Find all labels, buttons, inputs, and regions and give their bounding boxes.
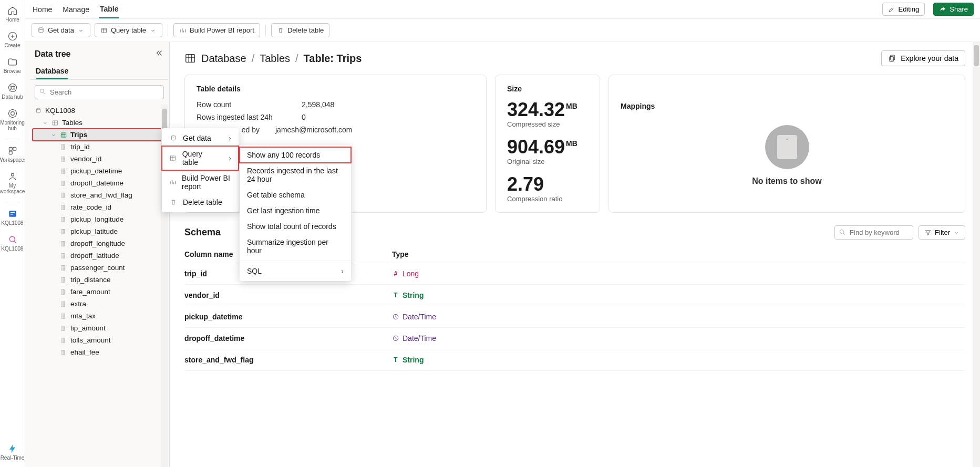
tree-table-trips[interactable]: Trips	[33, 129, 166, 141]
svg-rect-21	[61, 169, 63, 173]
tab-manage[interactable]: Manage	[61, 1, 90, 18]
rail-home[interactable]: Home	[0, 3, 25, 26]
data-tree-panel: Data tree Database KQL1008	[25, 42, 170, 467]
svg-rect-28	[63, 205, 64, 210]
rail-browse[interactable]: Browse	[0, 55, 25, 77]
tree-column[interactable]: pickup_longitude	[33, 213, 166, 225]
rail-myworkspace[interactable]: My workspace	[0, 169, 25, 198]
scrollbar-thumb[interactable]	[974, 45, 979, 66]
tree-column[interactable]: trip_id	[33, 141, 166, 153]
rail-realtime[interactable]: Real-Time	[0, 441, 25, 464]
filter-button[interactable]: Filter	[919, 225, 965, 240]
svg-rect-35	[61, 253, 63, 258]
tree-label: store_and_fwd_flag	[70, 191, 132, 199]
explore-data-button[interactable]: Explore your data	[881, 50, 965, 66]
tree-column[interactable]: ehail_fee	[33, 346, 166, 358]
trash-icon	[277, 27, 284, 34]
card-title: Mappings	[621, 102, 655, 110]
breadcrumb: Database / Tables / Table: Trips	[184, 53, 362, 65]
rail-create[interactable]: Create	[0, 29, 25, 51]
schema-search-input[interactable]	[834, 225, 913, 240]
panel-tab-database[interactable]: Database	[36, 64, 68, 79]
tree-column[interactable]: vendor_id	[33, 153, 166, 165]
chevron-down-icon	[42, 120, 48, 126]
svg-rect-38	[63, 265, 64, 270]
share-button[interactable]: Share	[933, 3, 974, 16]
schema-search	[834, 225, 913, 240]
tree-column[interactable]: tip_amount	[33, 322, 166, 334]
tree-column[interactable]: dropoff_latitude	[33, 250, 166, 262]
tree-column[interactable]: pickup_latitude	[33, 225, 166, 237]
tree-column[interactable]: store_and_fwd_flag	[33, 189, 166, 201]
plus-circle-icon	[7, 31, 18, 41]
table-icon	[100, 27, 108, 34]
ctx-total-count[interactable]: Show total count of records	[240, 219, 351, 234]
ctx-last-ingestion[interactable]: Get last ingestion time	[240, 203, 351, 219]
ribbon-query-table[interactable]: Query table	[95, 23, 162, 37]
ctx-label: Records ingested in the last 24 hour	[247, 167, 344, 183]
collapse-button[interactable]	[154, 48, 164, 59]
tree-column[interactable]: rate_code_id	[33, 201, 166, 213]
detail-value: 2,598,048	[302, 100, 334, 109]
svg-rect-12	[101, 28, 106, 32]
crumb[interactable]: Tables	[260, 53, 290, 65]
rail-datahub[interactable]: Data hub	[0, 80, 25, 103]
ctx-query-table[interactable]: Query table ›	[162, 146, 239, 170]
crumb[interactable]: Database	[201, 53, 246, 65]
tree-column[interactable]: extra	[33, 298, 166, 310]
ctx-get-schema[interactable]: Get table schema	[240, 187, 351, 203]
content-scrollbar[interactable]	[973, 42, 980, 467]
svg-rect-6	[13, 147, 16, 150]
tree-column[interactable]: dropoff_datetime	[33, 177, 166, 189]
tree-column[interactable]: fare_amount	[33, 286, 166, 298]
rail-label: KQL1008	[1, 220, 23, 226]
tree-column[interactable]: dropoff_longitude	[33, 237, 166, 250]
rail-workspaces[interactable]: Workspaces	[0, 143, 25, 166]
svg-rect-9	[9, 211, 16, 217]
schema-row[interactable]: vendor_idTString	[184, 285, 965, 306]
schema-row[interactable]: store_and_fwd_flagTString	[184, 349, 965, 371]
unit: MB	[566, 140, 577, 147]
rail-kql-a[interactable]: KQL1008	[0, 206, 25, 229]
tab-table[interactable]: Table	[99, 1, 120, 18]
tree-column[interactable]: pickup_datetime	[33, 165, 166, 177]
tree-column[interactable]: mta_tax	[33, 310, 166, 322]
ctx-summarize-hour[interactable]: Summarize ingestion per hour	[240, 234, 351, 258]
tab-home[interactable]: Home	[32, 1, 53, 18]
tree-column[interactable]: tolls_amount	[33, 334, 166, 346]
ribbon-label: Get data	[48, 26, 74, 34]
type-icon: T	[392, 356, 399, 364]
ctx-delete-table[interactable]: Delete table	[162, 194, 239, 210]
tree-column[interactable]: passenger_count	[33, 262, 166, 274]
svg-rect-5	[9, 147, 12, 150]
crumb-sep: /	[295, 53, 298, 65]
compressed-value: 324.32	[507, 100, 565, 119]
tree-tables[interactable]: Tables	[33, 117, 166, 129]
tree-label: extra	[70, 300, 86, 308]
ctx-show-100[interactable]: Show any 100 records	[240, 147, 351, 163]
ctx-get-data[interactable]: Get data ›	[162, 130, 239, 146]
ctx-build-pbi[interactable]: Build Power BI report	[162, 170, 239, 194]
rail-label: Workspaces	[0, 157, 27, 163]
svg-rect-49	[61, 338, 63, 343]
workspaces-icon	[7, 146, 18, 156]
schema-row[interactable]: pickup_datetimeDate/Time	[184, 306, 965, 328]
tree-root[interactable]: KQL1008	[33, 105, 166, 117]
ribbon-build-pbi[interactable]: Build Power BI report	[173, 23, 260, 37]
ribbon-delete-table[interactable]: Delete table	[271, 23, 329, 37]
tree-search-input[interactable]	[35, 85, 164, 99]
column-icon	[60, 192, 67, 199]
column-icon	[60, 204, 67, 211]
size-label: Original size	[507, 158, 588, 165]
clock-icon	[392, 313, 399, 320]
rail-kql-b[interactable]: KQL1008	[0, 232, 25, 255]
share-label: Share	[950, 5, 968, 13]
schema-row[interactable]: dropoff_datetimeDate/Time	[184, 328, 965, 349]
ctx-sql[interactable]: SQL›	[240, 263, 351, 279]
ribbon-label: Build Power BI report	[190, 26, 254, 34]
rail-monitor[interactable]: Monitoring hub	[0, 106, 25, 134]
ctx-records-24h[interactable]: Records ingested in the last 24 hour	[240, 163, 351, 187]
ribbon-get-data[interactable]: Get data	[32, 23, 90, 37]
tree-column[interactable]: trip_distance	[33, 274, 166, 286]
editing-button[interactable]: Editing	[882, 3, 925, 16]
